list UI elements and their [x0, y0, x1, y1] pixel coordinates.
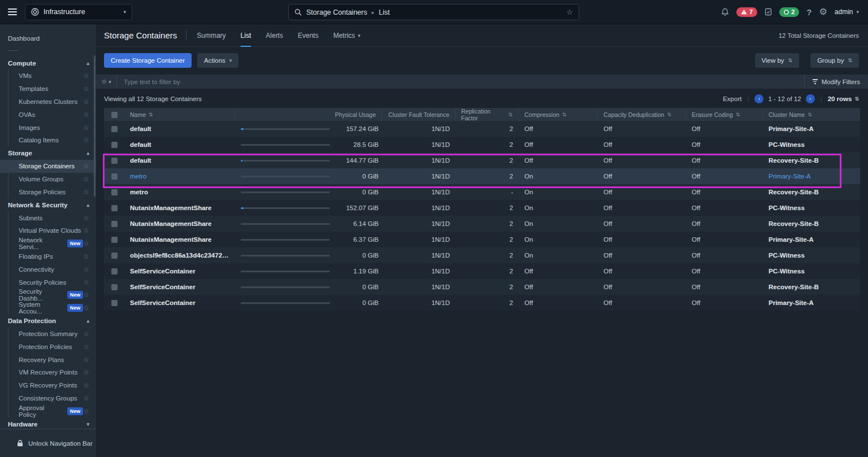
row-checkbox[interactable]: [111, 253, 118, 259]
favorite-star-icon[interactable]: ☆: [83, 124, 89, 132]
favorite-star-icon[interactable]: ☆: [83, 266, 89, 273]
table-row[interactable]: SelfServiceContainer1.19 GiB1N/1D2OffOff…: [104, 263, 860, 279]
table-row[interactable]: objectsl9ef8cc86a13d4c2347273bc4c746...0…: [104, 247, 860, 263]
row-checkbox[interactable]: [111, 189, 118, 195]
sidebar-item-vg-recovery-points[interactable]: VG Recovery Points☆: [8, 379, 96, 392]
table-row[interactable]: metro0 GiB1N/1D-OnOffOffRecovery-Site-B: [104, 184, 860, 200]
favorite-star-icon[interactable]: ☆: [83, 356, 89, 364]
table-row[interactable]: NutanixManagementShare6.37 GiB1N/1D2OnOf…: [104, 232, 860, 247]
sidebar-item-storage-policies[interactable]: Storage Policies☆: [8, 185, 96, 198]
row-checkbox[interactable]: [111, 205, 118, 211]
container-name-link[interactable]: metro: [130, 173, 146, 180]
favorite-star-icon[interactable]: ☆: [83, 227, 89, 234]
row-checkbox[interactable]: [111, 300, 118, 306]
table-row[interactable]: NutanixManagementShare6.14 GiB1N/1D2OnOf…: [104, 216, 860, 232]
column-header-capacity-deduplication[interactable]: Capacity Deduplication⇅: [598, 108, 686, 121]
sidebar-item-ovas[interactable]: OVAs☆: [8, 108, 96, 121]
export-link[interactable]: Export: [723, 95, 741, 102]
sidebar-item-subnets[interactable]: Subnets☆: [8, 211, 96, 224]
table-row[interactable]: NutanixManagementShare152.07 GiB1N/1D2On…: [104, 200, 860, 216]
create-storage-container-button[interactable]: Create Storage Container: [104, 53, 192, 68]
sidebar-item-protection-summary[interactable]: Protection Summary☆: [8, 328, 96, 341]
cluster-name-link[interactable]: Primary-Site-A: [769, 173, 811, 180]
saved-filters-button[interactable]: ☆ ▾: [96, 75, 117, 89]
favorite-star-icon[interactable]: ☆: [83, 111, 89, 119]
actions-button[interactable]: Actions▾: [197, 53, 238, 68]
sidebar-item-approval-policy[interactable]: Approval PolicyNew☆: [8, 404, 96, 417]
select-all-checkbox[interactable]: [111, 112, 118, 118]
favorite-star-icon[interactable]: ☆: [83, 291, 89, 299]
view-by-button[interactable]: View by⇅: [755, 53, 800, 68]
sidebar-item-recovery-plans[interactable]: Recovery Plans☆: [8, 353, 96, 366]
sidebar-section-hardware[interactable]: Hardware▾: [0, 417, 96, 429]
help-icon[interactable]: ?: [806, 8, 811, 16]
favorite-star-icon[interactable]: ☆: [566, 8, 573, 16]
table-row[interactable]: SelfServiceContainer0 GiB1N/1D2OffOffOff…: [104, 295, 860, 311]
favorite-star-icon[interactable]: ☆: [83, 394, 89, 402]
row-checkbox[interactable]: [111, 173, 118, 180]
favorite-star-icon[interactable]: ☆: [83, 162, 89, 170]
sidebar-item-vms[interactable]: VMs☆: [8, 69, 96, 82]
table-row[interactable]: default28.5 GiB1N/1D2OffOffOffPC-Witness: [104, 137, 860, 153]
global-search[interactable]: Storage Containers ▸ List ☆: [288, 4, 579, 20]
favorite-star-icon[interactable]: ☆: [83, 214, 89, 222]
favorite-star-icon[interactable]: ☆: [83, 304, 89, 312]
row-checkbox[interactable]: [111, 126, 118, 132]
table-row[interactable]: default144.77 GiB1N/1D2OffOffOffRecovery…: [104, 153, 860, 168]
unlock-navigation-bar[interactable]: Unlock Navigation Bar: [0, 429, 96, 457]
sidebar-section-storage[interactable]: Storage▴: [0, 147, 96, 160]
sidebar-scrollbar[interactable]: [94, 55, 96, 197]
column-header-name[interactable]: Name⇅: [124, 108, 235, 121]
prev-page-button[interactable]: ‹: [754, 94, 763, 103]
sort-icon[interactable]: ⇅: [562, 112, 567, 117]
column-header-cluster-name[interactable]: Cluster Name⇅: [763, 108, 860, 121]
alerts-badge[interactable]: 7: [736, 7, 757, 17]
sort-icon[interactable]: ⇅: [736, 112, 740, 117]
sidebar-item-dashboard[interactable]: Dashboard: [0, 31, 96, 46]
modify-filters-button[interactable]: Modify Filters: [804, 75, 868, 89]
column-header-erasure-coding[interactable]: Erasure Coding⇅: [686, 108, 763, 121]
favorite-star-icon[interactable]: ☆: [83, 72, 89, 80]
user-menu[interactable]: admin ▾: [835, 8, 859, 16]
sidebar-item-vm-recovery-points[interactable]: VM Recovery Points☆: [8, 366, 96, 379]
row-checkbox[interactable]: [111, 268, 118, 275]
sidebar-item-templates[interactable]: Templates☆: [8, 82, 96, 95]
favorite-star-icon[interactable]: ☆: [83, 136, 89, 144]
sidebar-item-storage-containers[interactable]: Storage Containers☆: [0, 160, 96, 173]
row-checkbox[interactable]: [111, 142, 118, 148]
sidebar-section-compute[interactable]: Compute▴: [0, 56, 96, 69]
tab-summary[interactable]: Summary: [197, 24, 225, 46]
sidebar-item-volume-groups[interactable]: Volume Groups☆: [8, 173, 96, 186]
tab-list[interactable]: List: [241, 24, 251, 46]
sidebar-section-data-protection[interactable]: Data Protection▴: [0, 315, 96, 328]
sidebar-item-consistency-groups[interactable]: Consistency Groups☆: [8, 392, 96, 405]
favorite-star-icon[interactable]: ☆: [83, 330, 89, 338]
favorite-star-icon[interactable]: ☆: [83, 188, 89, 196]
table-row[interactable]: SelfServiceContainer0 GiB1N/1D2OffOffOff…: [104, 279, 860, 295]
favorite-star-icon[interactable]: ☆: [83, 278, 89, 286]
row-checkbox[interactable]: [111, 158, 118, 164]
row-checkbox[interactable]: [111, 237, 118, 243]
sidebar-item-protection-policies[interactable]: Protection Policies☆: [8, 340, 96, 353]
tasks-icon[interactable]: [765, 8, 772, 16]
favorite-star-icon[interactable]: ☆: [83, 343, 89, 351]
rows-per-page-select[interactable]: 20 rows⇅: [828, 95, 859, 102]
favorite-star-icon[interactable]: ☆: [83, 368, 89, 376]
next-page-button[interactable]: ›: [806, 94, 815, 103]
app-switcher[interactable]: Infrastructure ▾: [25, 4, 132, 20]
table-row[interactable]: metro0 GiB1N/1D2OnOffOffPrimary-Site-A: [104, 168, 860, 184]
sidebar-item-images[interactable]: Images☆: [8, 121, 96, 134]
column-header-physical-usage[interactable]: Physical Usage: [235, 108, 382, 121]
hamburger-menu-icon[interactable]: [0, 0, 25, 24]
favorite-star-icon[interactable]: ☆: [83, 407, 89, 415]
favorite-star-icon[interactable]: ☆: [83, 240, 89, 247]
sort-icon[interactable]: ⇅: [508, 112, 513, 117]
tab-events[interactable]: Events: [298, 24, 319, 46]
bell-icon[interactable]: [721, 8, 729, 16]
gear-icon[interactable]: ⚙: [819, 7, 827, 16]
sidebar-item-security-policies[interactable]: Security Policies☆: [8, 276, 96, 289]
sidebar-item-floating-ips[interactable]: Floating IPs☆: [8, 250, 96, 263]
tab-metrics[interactable]: Metrics▾: [333, 24, 361, 46]
favorite-star-icon[interactable]: ☆: [83, 381, 89, 389]
column-header-cluster-fault-tolerance[interactable]: Cluster Fault Tolerance: [382, 108, 455, 121]
